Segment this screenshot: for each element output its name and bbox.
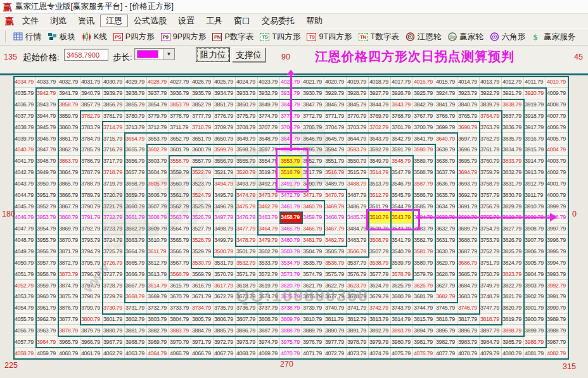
- grid-cell[interactable]: 3651.79: [191, 133, 214, 144]
- grid-cell[interactable]: 3544.79: [391, 201, 413, 212]
- grid-cell[interactable]: 3611.79: [147, 246, 169, 258]
- grid-cell[interactable]: 3897.79: [480, 325, 502, 336]
- grid-cell[interactable]: 3881.79: [125, 325, 147, 336]
- grid-cell[interactable]: 3623.79: [347, 280, 369, 291]
- grid-cell[interactable]: 3950.79: [36, 179, 58, 190]
- grid-cell[interactable]: 3904.79: [524, 268, 546, 280]
- grid-cell[interactable]: 3707.79: [258, 122, 280, 133]
- toolbar-item-hexagon[interactable]: 六角形: [487, 32, 529, 42]
- grid-cell[interactable]: 3890.79: [324, 325, 347, 336]
- grid-cell[interactable]: 3975.79: [280, 336, 302, 348]
- grid-cell[interactable]: 3531.79: [214, 257, 236, 268]
- grid-cell[interactable]: 3626.79: [413, 280, 435, 291]
- grid-cell[interactable]: 4035.79: [14, 88, 36, 99]
- grid-cell[interactable]: 3835.79: [502, 133, 524, 144]
- grid-cell[interactable]: 4006.79: [546, 122, 568, 133]
- grid-cell[interactable]: 3811.79: [324, 314, 347, 325]
- grid-cell[interactable]: 3796.79: [80, 268, 103, 280]
- grid-cell[interactable]: 3988.79: [546, 325, 568, 336]
- grid-cell[interactable]: 3560.79: [169, 179, 191, 190]
- grid-cell[interactable]: 3514.79: [369, 167, 391, 179]
- grid-cell[interactable]: 3843.79: [391, 99, 413, 111]
- grid-cell[interactable]: 3755.79: [480, 212, 502, 224]
- grid-cell[interactable]: 3845.79: [347, 99, 369, 111]
- grid-cell[interactable]: 3764.79: [480, 111, 502, 122]
- grid-cell[interactable]: 3592.79: [369, 144, 391, 156]
- grid-cell[interactable]: 3466.79: [302, 224, 324, 235]
- grid-cell[interactable]: 3634.79: [435, 201, 457, 212]
- grid-cell[interactable]: 4046.79: [14, 212, 36, 224]
- grid-cell[interactable]: 4039.79: [14, 133, 36, 144]
- grid-cell[interactable]: 3606.79: [147, 189, 169, 201]
- grid-cell[interactable]: 3829.79: [502, 201, 524, 212]
- grid-cell[interactable]: 3877.79: [58, 314, 80, 325]
- grid-cell[interactable]: 4032.79: [58, 77, 80, 88]
- grid-cell[interactable]: 4014.79: [457, 77, 480, 88]
- grid-cell[interactable]: 3844.79: [369, 99, 391, 111]
- grid-cell[interactable]: 3925.79: [413, 88, 435, 99]
- grid-cell[interactable]: 3979.79: [369, 336, 391, 348]
- grid-cell[interactable]: 3777.79: [191, 111, 214, 122]
- grid-cell[interactable]: 3743.79: [391, 303, 413, 314]
- grid-cell[interactable]: 4062.79: [103, 348, 125, 359]
- menu-item-8[interactable]: 交易委托: [256, 15, 300, 27]
- grid-cell[interactable]: 4052.79: [14, 280, 36, 291]
- grid-cell[interactable]: 3534.79: [280, 257, 302, 268]
- grid-cell[interactable]: 3865.79: [58, 179, 80, 190]
- grid-cell[interactable]: 4063.79: [125, 348, 147, 359]
- grid-cell[interactable]: 4008.79: [546, 99, 568, 111]
- grid-cell[interactable]: 4036.79: [14, 99, 36, 111]
- grid-cell[interactable]: 3790.79: [80, 201, 103, 212]
- grid-cell[interactable]: 4055.79: [14, 314, 36, 325]
- grid-cell[interactable]: 3812.79: [347, 314, 369, 325]
- grid-cell[interactable]: 3720.79: [103, 189, 125, 201]
- grid-cell[interactable]: 3945.79: [36, 122, 58, 133]
- grid-cell[interactable]: 3946.79: [36, 133, 58, 144]
- grid-cell[interactable]: 3555.79: [236, 156, 258, 167]
- grid-cell[interactable]: 3665.79: [125, 257, 147, 268]
- grid-cell[interactable]: 3664.79: [125, 246, 147, 258]
- grid-cell[interactable]: 3515.79: [347, 167, 369, 179]
- grid-cell[interactable]: 3503.79: [280, 246, 302, 258]
- grid-cell[interactable]: 3929.79: [324, 88, 347, 99]
- grid-cell[interactable]: 3940.79: [80, 88, 103, 99]
- grid-cell[interactable]: 4010.79: [546, 77, 568, 88]
- grid-cell[interactable]: 3704.79: [324, 122, 347, 133]
- grid-cell[interactable]: 3718.79: [103, 167, 125, 179]
- grid-cell[interactable]: 3589.79: [413, 156, 435, 167]
- grid-cell[interactable]: 3595.79: [302, 144, 324, 156]
- grid-cell[interactable]: 3809.79: [280, 314, 302, 325]
- grid-cell[interactable]: 3645.79: [324, 133, 347, 144]
- grid-cell[interactable]: 4075.79: [391, 348, 413, 359]
- grid-cell[interactable]: 3567.79: [169, 257, 191, 268]
- grid-cell[interactable]: 3697.79: [457, 133, 480, 144]
- grid-cell[interactable]: 3816.79: [435, 314, 457, 325]
- grid-cell[interactable]: 3632.79: [435, 224, 457, 235]
- toolbar-item-sectors[interactable]: 板块: [44, 32, 79, 42]
- grid-cell[interactable]: 3724.79: [103, 235, 125, 246]
- grid-cell[interactable]: 3870.79: [58, 235, 80, 246]
- grid-cell[interactable]: 3847.79: [302, 99, 324, 111]
- grid-cell[interactable]: 3496.79: [214, 201, 236, 212]
- menu-item-7[interactable]: 窗口: [228, 15, 256, 27]
- grid-cell[interactable]: 3789.79: [80, 189, 103, 201]
- grid-cell[interactable]: 3605.79: [147, 179, 169, 190]
- grid-cell[interactable]: 4009.79: [546, 88, 568, 99]
- grid-cell[interactable]: 4067.79: [214, 348, 236, 359]
- grid-cell[interactable]: 3545.79: [391, 189, 413, 201]
- grid-cell[interactable]: 3680.79: [391, 291, 413, 303]
- grid-cell[interactable]: 3593.79: [347, 144, 369, 156]
- grid-cell[interactable]: 3967.79: [103, 336, 125, 348]
- grid-cell[interactable]: 3485.79: [347, 212, 369, 224]
- grid-cell[interactable]: 3927.79: [369, 88, 391, 99]
- grid-cell[interactable]: 4072.79: [324, 348, 347, 359]
- toolbar-item-t-number-table[interactable]: TNT数字表: [355, 32, 402, 42]
- grid-cell[interactable]: 3513.79: [369, 179, 391, 190]
- toolbar-item-winner-wheel[interactable]: Big赢家轮: [444, 32, 487, 42]
- grid-cell[interactable]: 3649.79: [236, 133, 258, 144]
- grid-cell[interactable]: 3726.79: [103, 257, 125, 268]
- grid-cell[interactable]: 3936.79: [169, 88, 191, 99]
- grid-cell[interactable]: 3552.79: [302, 156, 324, 167]
- grid-cell[interactable]: 4005.79: [546, 133, 568, 144]
- grid-cell[interactable]: 3661.79: [125, 212, 147, 224]
